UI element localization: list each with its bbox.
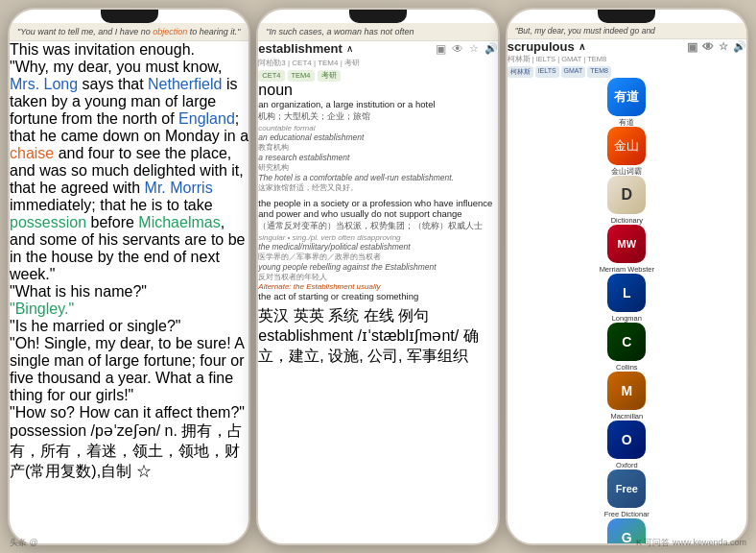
tab-yinghan-2[interactable]: 英汉 [258,307,289,324]
phone2-quote-text: "In such cases, a woman has not often [266,27,413,36]
dict-word-row-3: scrupulous ∧ ▣ 👁 ☆ 🔊 [508,39,746,54]
tab-zaixian-2[interactable]: 在线 [364,307,394,324]
def-block-1: an organization, a large institution or … [258,99,497,193]
def2-ex2: young people rebelling against the Estab… [258,262,497,272]
def3-en: the act of starting or creating somethin… [258,291,497,301]
story-para5: "Is he married or single?" [10,318,248,335]
story-para2: "Why, my dear, you must know, Mrs. Long … [10,59,248,283]
phone-apps: "But, my dear, you must indeed go and sc… [506,8,748,545]
chevron-icon-3[interactable]: ∧ [579,41,585,52]
app-label-merriam: Merriam Webster [600,265,654,274]
app-icon-merriam: MW [607,225,646,263]
app-oxford[interactable]: O Oxford [508,421,746,469]
story-para6: "Oh! Single, my dear, to be sure! A sing… [10,335,248,404]
possession-highlight[interactable]: possession [10,214,86,230]
chaise-highlight[interactable]: chaise [10,145,54,161]
app-macmillan[interactable]: M Macmillan [508,372,746,421]
phone-notch-3 [598,10,655,23]
def2-zh: （通常反对变革的）当权派，权势集团；（统称）权威人士 [258,220,497,232]
copy-icon-3[interactable]: ▣ [687,40,697,54]
def2-en: the people in a society or a profession … [258,198,497,219]
def-block-2: the people in a society or a profession … [258,198,497,301]
app-jinshan[interactable]: 金山 金山词霸 [508,127,746,176]
speaker-icon-2[interactable]: 🔊 [484,42,498,56]
mrs-long-highlight[interactable]: Mrs. Long [10,76,78,92]
objection-word[interactable]: objection [153,27,187,36]
dict-header-3: scrupulous ∧ ▣ 👁 ☆ 🔊 柯林斯 | IELTS | GMAT … [508,39,746,78]
dict-icons-2: ▣ 👁 ☆ 🔊 [436,42,498,56]
def1-label: countable formal [258,124,497,132]
app-merriam[interactable]: MW Merriam Webster [508,225,746,274]
def1-ex3-zh: 这家旅馆舒适，经营又良好。 [258,182,497,193]
phone-notch-1 [101,10,158,23]
phone2-bottom-bar: establishment /ɪˈstæblɪʃmənt/ 确立，建立, 设施,… [258,326,497,367]
tab-yingying-2[interactable]: 英英 [294,307,324,324]
pos-2: noun [258,82,497,99]
bingley-highlight[interactable]: "Bingley." [10,301,74,317]
bottom-pos-1: n. [165,422,177,439]
star-icon-1[interactable]: ☆ [136,463,152,479]
app-youdao[interactable]: 有道 有道 [508,78,746,127]
app-icon-google-dict: G [607,518,646,543]
phone2-quote: "In such cases, a woman has not often [258,23,497,41]
app-google-dict[interactable]: G Google Dictionar [508,518,746,543]
mr-morris-highlight[interactable]: Mr. Morris [145,180,213,196]
tag-kaoy: 考研 [318,70,341,82]
dict-tags-3: 柯林斯 IELTS GMAT TEM8 [508,66,746,78]
dict-header-2: establishment ∧ ▣ 👁 ☆ 🔊 阿柏勒3 | CET4 | TE… [258,41,497,82]
story-para4: "Bingley." [10,301,248,318]
speaker-icon-3[interactable]: 🔊 [733,40,746,54]
bottom-phonetic-1: /pəˈzeʃən/ [91,422,161,439]
alternate-label: Alternate: the Establishment usually [258,282,497,291]
app-longman[interactable]: L Longman [508,274,746,323]
bottom-word-1[interactable]: possession [10,422,86,439]
phone-dictionary: "In such cases, a woman has not often es… [256,8,499,545]
app-icon-dictionary: D [607,176,646,214]
phone2-content: "In such cases, a woman has not often es… [258,23,497,543]
eye-icon-3[interactable]: 👁 [702,40,714,54]
app-label-freedict: Free Dictionar [604,510,650,518]
dict-word-2: establishment [258,41,342,56]
phone1-quote: "You want to tell me, and I have no obje… [10,23,248,41]
star-icon-3[interactable]: ☆ [719,40,728,54]
tab-liju-2[interactable]: 例句 [398,307,429,324]
phone1-content: "You want to tell me, and I have no obje… [10,23,248,543]
tab-xitong-2[interactable]: 系统 [328,307,359,324]
app-dictionary[interactable]: D Dictionary [508,176,746,225]
dict-tags-2: CET4 TEM4 考研 [258,70,497,82]
def1-ex-zh: 教育机构 [258,142,497,153]
england-highlight[interactable]: England [178,110,235,127]
app-icon-freedict: Free [607,469,646,508]
star-icon-2[interactable]: ☆ [469,42,479,56]
app-label-youdao: 有道 [619,118,634,127]
story-para1: This was invitation enough. [10,41,248,59]
dict-phonetic-3: 柯林斯 | IELTS | GMAT | TEM8 [508,55,746,64]
dict-icons-3: ▣ 👁 ☆ 🔊 [687,40,746,54]
chevron-icon-2[interactable]: ∧ [346,43,353,54]
bottom-word-2[interactable]: establishment [258,327,353,344]
app-label-oxford: Oxford [616,461,638,469]
story-para7: "How so? How can it affect them?" [10,404,248,421]
eye-icon-2[interactable]: 👁 [452,42,463,56]
def1-ex3: The hotel is a comfortable and well-run … [258,173,497,182]
app-icon-macmillan: M [607,372,646,410]
phone3-quote: "But, my dear, you must indeed go and [508,23,746,39]
netherfield-highlight[interactable]: Netherfield [148,76,222,92]
michaelmas-highlight[interactable]: Michaelmas [138,214,220,230]
app-freedict[interactable]: Free Free Dictionar [508,469,746,518]
dict-word-3: scrupulous [508,39,575,54]
def1-ex: an educational establishment [258,132,497,142]
tag-cet4: CET4 [258,70,284,82]
copy-icon-2[interactable]: ▣ [436,42,446,56]
tag-tem4: TEM4 [288,70,315,82]
def1-ex2: a research establishment [258,153,497,162]
def1-zh: 机构；大型机关；企业；旅馆 [258,110,497,123]
phone-notch-2 [349,10,407,23]
app-label-collins: Collins [616,363,638,372]
app-icon-collins: C [607,323,646,361]
app-icon-youdao: 有道 [607,78,646,116]
tag-ielts: IELTS [535,66,559,78]
app-collins[interactable]: C Collins [508,323,746,372]
phone-story: "You want to tell me, and I have no obje… [8,8,250,545]
phone1-story: This was invitation enough. "Why, my dea… [10,41,248,421]
